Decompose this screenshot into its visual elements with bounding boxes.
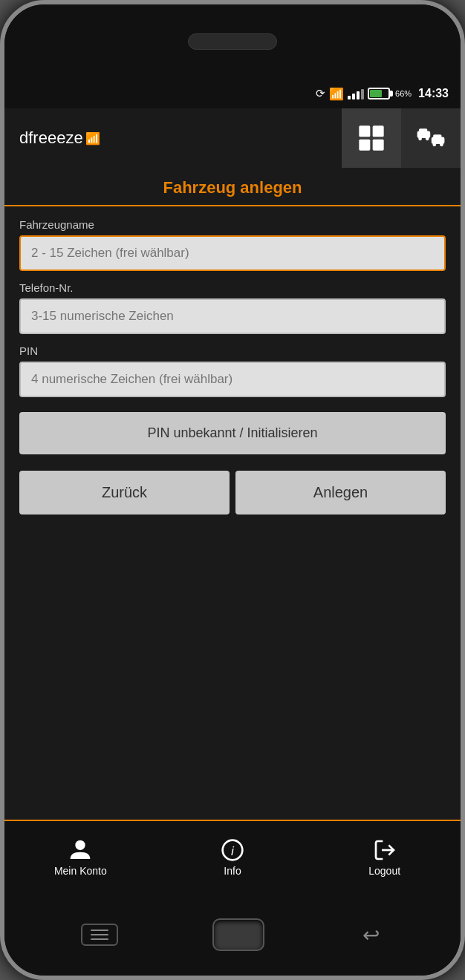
app-header: dfreeeze 📶 [4,108,461,168]
wifi-icon: 📶 [329,87,344,101]
phone-label: Telefon-Nr. [19,281,446,294]
battery-icon [368,88,390,99]
header-tab-grid[interactable] [342,108,401,168]
logo-text: dfreeeze [19,128,83,148]
battery-percent: 66% [395,89,412,98]
svg-rect-9 [433,134,441,139]
nav-logout-label: Logout [368,865,400,877]
svg-rect-5 [419,128,427,133]
pin-group: PIN [19,344,446,397]
speaker-grille [188,33,277,50]
vehicle-name-group: Fahrzeugname [19,218,446,271]
pin-label: PIN [19,344,446,357]
hw-home-button[interactable] [212,918,264,951]
create-button[interactable]: Anlegen [235,471,446,514]
nav-logout[interactable]: Logout [308,821,461,894]
phone-bottom-bar: ↩ [4,894,461,976]
form-area: Fahrzeugname Telefon-Nr. PIN PIN unbekan… [4,206,461,526]
logo-wifi-icon: 📶 [85,131,100,146]
menu-lines-icon [91,930,108,940]
person-icon [68,838,92,862]
svg-point-11 [440,143,443,146]
page-title-bar: Fahrzeug anlegen [4,168,461,206]
status-bar: ⟳ 📶 66% 14:33 [4,79,461,108]
vehicle-name-label: Fahrzeugname [19,218,446,231]
svg-rect-3 [373,140,384,151]
cars-icon [416,123,446,153]
status-time: 14:33 [418,87,449,100]
pin-input[interactable] [19,362,446,397]
back-arrow-icon: ↩ [362,923,380,947]
action-btn-row: Zurück Anlegen [19,471,446,514]
nav-info-label: Info [224,865,241,877]
header-tab-cars[interactable] [401,108,461,168]
signal-icon [348,88,364,99]
bottom-nav: Mein Konto i Info Logout [4,820,461,894]
grid-icon [357,123,386,153]
svg-rect-1 [373,125,384,137]
phone-number-group: Telefon-Nr. [19,281,446,334]
page-title: Fahrzeug anlegen [19,178,446,197]
info-icon: i [221,838,244,862]
nav-mein-konto-label: Mein Konto [54,865,107,877]
nav-info[interactable]: i Info [157,821,309,894]
content-spacer [4,526,461,820]
header-tabs [342,108,461,168]
app-logo: dfreeeze 📶 [4,128,342,148]
phone-shell: ⟳ 📶 66% 14:33 dfreeeze 📶 [0,0,465,980]
vehicle-name-input[interactable] [19,235,446,271]
logout-icon [373,838,397,862]
pin-init-button[interactable]: PIN unbekannt / Initialisieren [19,412,446,454]
hw-back-button[interactable]: ↩ [359,922,384,947]
main-content: Fahrzeug anlegen Fahrzeugname Telefon-Nr… [4,168,461,894]
svg-point-10 [432,143,436,146]
svg-point-7 [426,137,429,140]
svg-rect-0 [359,125,370,137]
svg-rect-2 [359,140,370,151]
phone-top [4,4,461,79]
back-button[interactable]: Zurück [19,471,230,514]
phone-number-input[interactable] [19,298,446,334]
rotate-icon: ⟳ [316,87,325,100]
nav-mein-konto[interactable]: Mein Konto [4,821,157,894]
svg-point-12 [76,840,85,850]
svg-point-6 [418,137,422,140]
hw-menu-button[interactable] [81,924,118,946]
svg-text:i: i [231,843,235,858]
status-icons: ⟳ 📶 66% 14:33 [316,87,449,101]
